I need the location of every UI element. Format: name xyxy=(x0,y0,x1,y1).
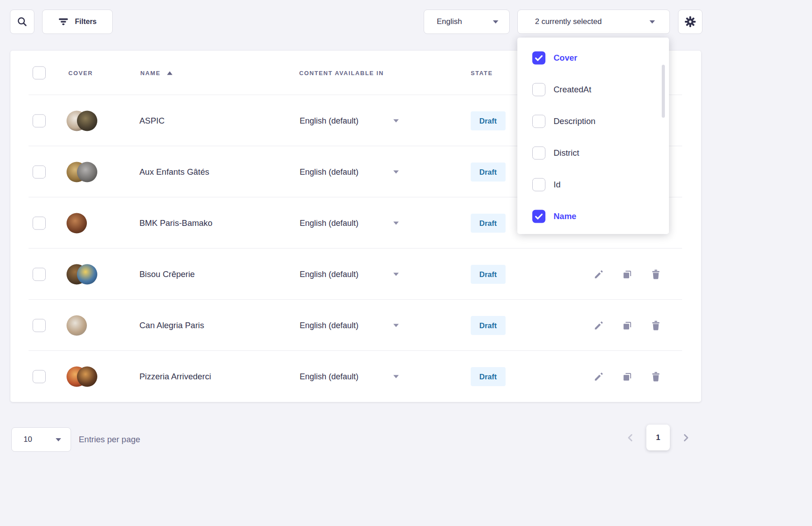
check-icon xyxy=(534,53,544,63)
entry-name: Pizzeria Arrivederci xyxy=(139,372,211,382)
duplicate-button[interactable] xyxy=(621,268,634,281)
chevron-down-icon xyxy=(650,20,655,24)
table-row: Can Alegria ParisEnglish (default)Draft xyxy=(10,300,701,351)
entry-name: ASPIC xyxy=(139,116,165,126)
checkbox[interactable] xyxy=(532,83,545,96)
bmk-cover-1 xyxy=(67,213,87,233)
pizzeria-cover-2 xyxy=(77,366,97,387)
chevron-right-icon xyxy=(680,432,691,443)
column-picker-option-createdat[interactable]: CreatedAt xyxy=(517,74,669,105)
row-locale-select[interactable]: English (default) xyxy=(300,372,358,381)
edit-pencil-icon xyxy=(593,371,605,383)
checkbox[interactable] xyxy=(532,178,545,191)
column-picker-option-cover[interactable]: Cover xyxy=(517,42,669,74)
option-label: Id xyxy=(554,180,560,190)
chevron-left-icon xyxy=(625,432,636,443)
row-locale-select[interactable]: English (default) xyxy=(300,218,358,228)
page-size-value: 10 xyxy=(24,435,32,444)
row-locale-select[interactable]: English (default) xyxy=(300,269,358,279)
state-badge: Draft xyxy=(471,367,506,386)
chevron-down-icon xyxy=(393,119,399,122)
sort-ascending-icon xyxy=(167,71,172,75)
column-picker-option-description[interactable]: Description xyxy=(517,105,669,137)
chevron-down-icon xyxy=(493,20,498,24)
option-label: District xyxy=(554,148,579,158)
settings-button[interactable] xyxy=(678,10,702,34)
delete-button[interactable] xyxy=(649,268,663,281)
filters-button[interactable]: Filters xyxy=(42,10,113,34)
column-header-cover: COVER xyxy=(68,70,93,77)
bisou-cover-2 xyxy=(77,264,97,284)
column-header-state: STATE xyxy=(471,70,493,77)
row-locale-select[interactable]: English (default) xyxy=(300,116,358,125)
edit-button[interactable] xyxy=(592,319,606,332)
duplicate-button[interactable] xyxy=(621,370,634,383)
state-badge: Draft xyxy=(471,265,506,284)
option-label: CreatedAt xyxy=(554,85,591,95)
aux-enfants-cover-2 xyxy=(77,162,97,182)
next-page-button[interactable] xyxy=(680,432,691,443)
column-header-content-available-in: CONTENT AVAILABLE IN xyxy=(299,70,384,77)
column-count-value: 2 currently selected xyxy=(535,17,602,26)
entry-name: Aux Enfants Gâtés xyxy=(139,167,209,177)
checkbox[interactable] xyxy=(532,115,545,128)
option-label: Description xyxy=(554,116,596,126)
content-manager-page: Filters English 2 currently selected COV… xyxy=(0,0,812,526)
checkbox[interactable] xyxy=(532,210,545,223)
duplicate-button[interactable] xyxy=(621,319,634,332)
edit-button[interactable] xyxy=(592,370,606,383)
search-button[interactable] xyxy=(10,10,34,34)
aspic-cover-2 xyxy=(77,110,97,131)
row-select-checkbox[interactable] xyxy=(33,114,46,127)
row-select-checkbox[interactable] xyxy=(33,370,46,383)
trash-icon xyxy=(650,320,662,331)
locale-select[interactable]: English xyxy=(424,10,510,34)
entry-name: Can Alegria Paris xyxy=(139,320,204,330)
locale-select-value: English xyxy=(437,17,462,26)
filters-label: Filters xyxy=(75,18,96,26)
edit-button[interactable] xyxy=(592,268,606,281)
entries-per-page-label: Entries per page xyxy=(79,435,140,445)
page-1-button[interactable]: 1 xyxy=(646,425,670,450)
state-badge: Draft xyxy=(471,111,506,130)
column-picker-option-district[interactable]: District xyxy=(517,137,669,169)
row-select-checkbox[interactable] xyxy=(33,216,46,230)
gear-icon xyxy=(684,15,697,28)
duplicate-icon xyxy=(621,268,633,280)
state-badge: Draft xyxy=(471,214,506,233)
option-label: Name xyxy=(554,211,576,221)
table-row: Bisou CrêperieEnglish (default)Draft xyxy=(10,249,701,300)
delete-button[interactable] xyxy=(649,319,663,332)
table-row: Pizzeria ArrivederciEnglish (default)Dra… xyxy=(10,351,701,402)
trash-icon xyxy=(650,371,662,383)
filter-icon xyxy=(58,17,69,26)
chevron-down-icon xyxy=(393,221,399,225)
row-select-checkbox[interactable] xyxy=(33,268,46,281)
select-all-checkbox[interactable] xyxy=(33,67,46,80)
previous-page-button[interactable] xyxy=(625,432,636,443)
chevron-down-icon xyxy=(56,438,61,441)
option-label: Cover xyxy=(554,53,577,63)
current-page: 1 xyxy=(656,433,660,442)
column-header-name[interactable]: NAME xyxy=(140,70,172,77)
column-picker-option-id[interactable]: Id xyxy=(517,169,669,201)
page-size-select[interactable]: 10 xyxy=(11,427,71,452)
state-badge: Draft xyxy=(471,316,506,335)
row-locale-select[interactable]: English (default) xyxy=(300,167,358,177)
scrollbar[interactable] xyxy=(662,65,665,118)
column-picker-panel: CoverCreatedAtDescriptionDistrictIdName xyxy=(517,38,669,234)
check-icon xyxy=(534,211,544,222)
delete-button[interactable] xyxy=(649,370,663,383)
chevron-down-icon xyxy=(393,375,399,378)
chevron-down-icon xyxy=(393,273,399,276)
checkbox[interactable] xyxy=(532,52,545,65)
row-select-checkbox[interactable] xyxy=(33,165,46,178)
edit-pencil-icon xyxy=(593,320,605,331)
entry-name: BMK Paris-Bamako xyxy=(139,218,212,228)
row-locale-select[interactable]: English (default) xyxy=(300,320,358,330)
column-picker-option-name[interactable]: Name xyxy=(517,201,669,232)
row-select-checkbox[interactable] xyxy=(33,319,46,332)
chevron-down-icon xyxy=(393,324,399,327)
column-count-select[interactable]: 2 currently selected xyxy=(517,10,670,34)
checkbox[interactable] xyxy=(532,147,545,160)
